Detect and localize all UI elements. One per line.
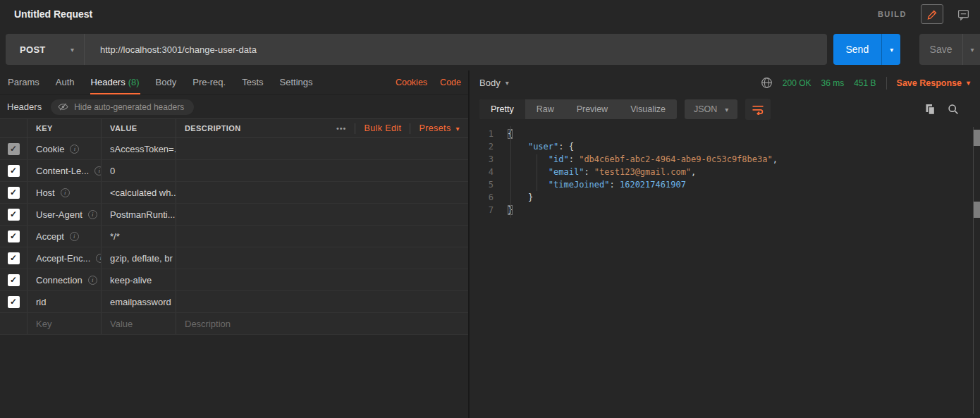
format-dropdown[interactable]: JSON ▾ <box>685 99 737 119</box>
divider <box>410 123 410 134</box>
headers-table-body: ✓CookieisAccessToken=...✓Content-Le...i0… <box>0 138 468 335</box>
header-enabled-checkbox[interactable]: ✓ <box>8 252 20 264</box>
new-value-input[interactable]: Value <box>101 313 176 334</box>
header-value-cell[interactable]: sAccessToken=... <box>101 138 176 159</box>
info-icon: i <box>61 188 70 197</box>
presets-dropdown[interactable]: Presets ▾ <box>419 123 460 133</box>
header-key-cell[interactable]: Content-Le...i <box>27 160 101 181</box>
header-description-cell[interactable] <box>176 160 468 181</box>
new-description-input-placeholder: Description <box>185 319 231 329</box>
wrap-lines-button[interactable] <box>745 99 771 120</box>
header-enabled-checkbox[interactable]: ✓ <box>8 274 20 286</box>
scrollbar-thumb[interactable] <box>974 130 980 146</box>
line-number: 1 <box>470 128 502 140</box>
header-description-cell[interactable] <box>176 291 468 312</box>
checkbox-cell: ✓ <box>0 269 27 290</box>
response-body-dropdown[interactable]: Body ▾ <box>479 78 509 88</box>
header-description-cell[interactable] <box>176 226 468 247</box>
response-pane: Body ▾ 200 OK 36 ms 451 B Save Response <box>470 70 980 418</box>
header-key-cell[interactable]: Connectioni <box>27 269 101 290</box>
method-select[interactable]: POST ▾ <box>6 34 85 65</box>
tab-pre-req[interactable]: Pre-req. <box>192 70 226 94</box>
header-value-cell[interactable]: PostmanRunti... <box>101 204 176 225</box>
header-key-cell[interactable]: Accept-Enc...i <box>27 247 101 269</box>
view-tab-pretty[interactable]: Pretty <box>479 99 525 119</box>
globe-icon[interactable] <box>761 77 773 89</box>
checkbox-cell: ✓ <box>0 182 27 203</box>
header-enabled-checkbox[interactable]: ✓ <box>8 165 20 177</box>
send-button[interactable]: Send ▾ <box>833 34 900 65</box>
search-icon[interactable] <box>948 104 959 115</box>
build-mode-label: BUILD <box>878 10 907 18</box>
edit-request-button[interactable] <box>921 4 943 24</box>
view-tab-preview[interactable]: Preview <box>565 99 619 119</box>
tab-body[interactable]: Body <box>155 70 178 94</box>
header-value-cell[interactable]: keep-alive <box>101 269 176 290</box>
header-key-cell[interactable]: User-Agenti <box>27 204 101 225</box>
header-description-cell[interactable] <box>176 247 468 269</box>
info-icon: i <box>88 210 97 219</box>
tab-params[interactable]: Params <box>7 70 40 94</box>
new-key-input[interactable]: Key <box>27 313 101 334</box>
header-description-cell[interactable] <box>176 204 468 225</box>
code-token: "timeJoined" <box>549 180 610 190</box>
code-token: "user" <box>528 142 558 152</box>
header-enabled-checkbox[interactable]: ✓ <box>8 296 20 308</box>
header-key-cell[interactable]: rid <box>27 291 101 312</box>
new-header-row: KeyValueDescription <box>0 313 468 335</box>
header-enabled-checkbox[interactable]: ✓ <box>8 230 20 242</box>
tab-auth[interactable]: Auth <box>55 70 75 94</box>
header-enabled-checkbox[interactable]: ✓ <box>8 187 20 199</box>
code-line: 3 "id": "db4c6ebf-abc2-4964-abe9-0c53c9f… <box>470 153 980 166</box>
chevron-down-icon: ▾ <box>456 125 460 133</box>
header-description-cell[interactable] <box>176 269 468 290</box>
column-value: VALUE <box>101 119 176 137</box>
view-tab-visualize[interactable]: Visualize <box>619 99 677 119</box>
header-enabled-checkbox[interactable]: ✓ <box>8 209 20 221</box>
comments-button[interactable] <box>952 4 974 24</box>
new-description-input[interactable]: Description <box>176 313 468 334</box>
wrap-lines-icon <box>752 104 764 115</box>
request-tabs: ParamsAuthHeaders(8)BodyPre-req.TestsSet… <box>0 70 468 95</box>
app-root: Untitled Request BUILD POST <box>0 0 980 418</box>
method-label: POST <box>20 44 46 55</box>
scrollbar-thumb[interactable] <box>974 202 980 218</box>
save-options-button[interactable]: ▾ <box>962 34 980 65</box>
header-value: */* <box>110 231 120 242</box>
headers-subheader: Headers Hide auto-generated headers <box>0 95 468 118</box>
presets-label: Presets <box>419 123 451 133</box>
header-value-cell[interactable]: <calculated wh... <box>101 182 176 203</box>
copy-icon[interactable] <box>925 104 936 115</box>
url-input[interactable]: http://localhost:3001/change-user-data <box>85 34 827 65</box>
response-body-viewer[interactable]: 1{2 "user": {3 "id": "db4c6ebf-abc2-4964… <box>470 123 980 418</box>
more-options-icon[interactable]: ••• <box>336 124 347 133</box>
header-value-cell[interactable]: 0 <box>101 160 176 181</box>
header-value-cell[interactable]: */* <box>101 226 176 247</box>
titlebar: Untitled Request BUILD <box>0 0 980 28</box>
code-line: 5 "timeJoined": 1620217461907 <box>470 178 980 191</box>
header-value-cell[interactable]: emailpassword <box>101 291 176 312</box>
header-description-cell[interactable] <box>176 138 468 159</box>
code-link[interactable]: Code <box>440 78 461 87</box>
cookies-link[interactable]: Cookies <box>396 78 427 87</box>
header-enabled-checkbox[interactable]: ✓ <box>8 143 20 155</box>
code-token: , <box>773 154 778 164</box>
header-row: ✓Hosti<calculated wh... <box>0 182 468 204</box>
hide-auto-headers-toggle[interactable]: Hide auto-generated headers <box>51 99 194 115</box>
tab-headers[interactable]: Headers(8) <box>90 70 140 94</box>
tab-tests[interactable]: Tests <box>241 70 264 94</box>
header-key-cell[interactable]: Accepti <box>27 226 101 247</box>
tab-settings[interactable]: Settings <box>279 70 314 94</box>
bulk-edit-link[interactable]: Bulk Edit <box>364 123 401 133</box>
header-key-cell[interactable]: Hosti <box>27 182 101 203</box>
header-key-cell[interactable]: Cookiei <box>27 138 101 159</box>
save-response-dropdown[interactable]: Save Response ▾ <box>897 78 970 88</box>
header-description-cell[interactable] <box>176 182 468 203</box>
save-button[interactable]: Save ▾ <box>919 34 980 65</box>
headers-table-header: KEY VALUE DESCRIPTION ••• Bulk Edit Pres… <box>0 118 468 138</box>
view-tab-raw[interactable]: Raw <box>525 99 565 119</box>
send-options-button[interactable]: ▾ <box>881 34 900 65</box>
header-row: ✓CookieisAccessToken=... <box>0 138 468 160</box>
header-value: emailpassword <box>110 297 171 307</box>
header-value-cell[interactable]: gzip, deflate, br <box>101 247 176 269</box>
